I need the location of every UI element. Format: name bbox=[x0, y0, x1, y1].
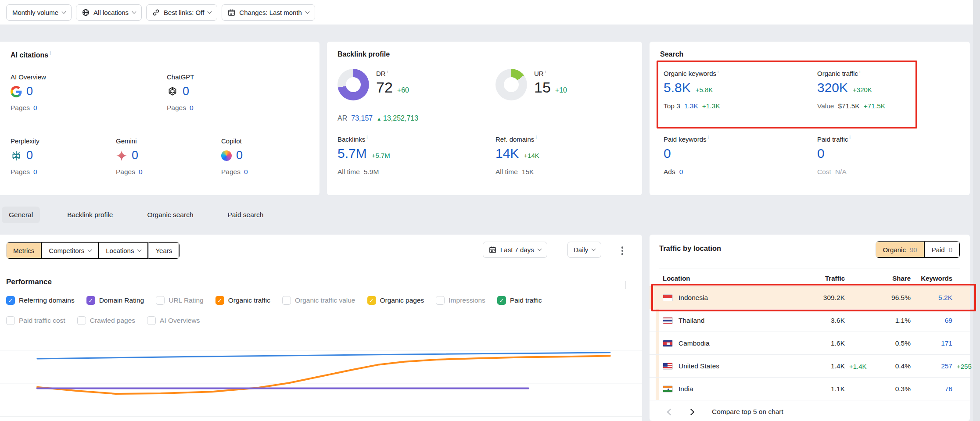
ai-item-copilot: Copilot 0 Pages0 bbox=[221, 137, 248, 176]
vertical-scrollbar[interactable] bbox=[973, 0, 980, 421]
checkbox-paid-traffic[interactable]: ✓Paid traffic bbox=[497, 296, 542, 305]
ai-citations-title: AI citationsi bbox=[11, 50, 51, 59]
chart-mode-segments: Metrics Competitors Locations Years bbox=[6, 242, 180, 259]
checkbox-box: ✓ bbox=[497, 296, 506, 305]
table-row-indonesia[interactable]: Indonesia 309.2K 96.5% 5.2K bbox=[650, 286, 970, 309]
checkbox-box bbox=[77, 316, 86, 325]
collapse-section-button[interactable] bbox=[625, 281, 625, 289]
segment-competitors[interactable]: Competitors bbox=[42, 242, 99, 259]
paid-traffic-value-link[interactable]: 0 bbox=[817, 146, 825, 161]
table-row-thailand[interactable]: Thailand 3.6K 1.1% 69 bbox=[650, 309, 970, 332]
tab-organic-search[interactable]: Organic search bbox=[140, 207, 200, 223]
column-keywords[interactable]: Keywords bbox=[911, 275, 952, 282]
filter-toolbar: Monthly volume All locations Best links:… bbox=[0, 0, 980, 25]
column-traffic[interactable]: Traffic bbox=[792, 275, 845, 282]
column-location[interactable]: Location bbox=[663, 275, 792, 282]
segment-years[interactable]: Years bbox=[148, 242, 179, 259]
copilot-pages-link[interactable]: 0 bbox=[244, 168, 248, 176]
info-icon[interactable]: i bbox=[535, 135, 536, 140]
dr-delta: +60 bbox=[397, 86, 409, 94]
monthly-volume-dropdown[interactable]: Monthly volume bbox=[6, 4, 72, 21]
paid-keywords-block: Paid keywordsi 0 Ads0 bbox=[664, 135, 709, 176]
checkbox-domain-rating[interactable]: ✓Domain Rating bbox=[86, 296, 144, 305]
table-row-united-states[interactable]: United States 1.4K+1.4K 0.4% 257+255 bbox=[650, 355, 970, 378]
locations-label: All locations bbox=[93, 9, 129, 16]
backlinks-value-link[interactable]: 5.7M bbox=[337, 146, 367, 161]
checkbox-referring-domains[interactable]: ✓Referring domains bbox=[6, 296, 75, 305]
table-row-india[interactable]: India 1.1K 0.3% 76 bbox=[650, 378, 970, 400]
tab-general[interactable]: General bbox=[2, 207, 40, 223]
ref-domains-value-link[interactable]: 14K bbox=[495, 146, 519, 161]
keywords-link[interactable]: 257 bbox=[941, 362, 952, 370]
keywords-cell: 257+255 bbox=[911, 362, 952, 370]
info-icon[interactable]: i bbox=[708, 135, 709, 140]
traffic-cell: 309.2K bbox=[792, 294, 845, 302]
keywords-link[interactable]: 69 bbox=[945, 317, 952, 324]
best-links-dropdown[interactable]: Best links: Off bbox=[146, 4, 217, 21]
keywords-link[interactable]: 76 bbox=[945, 385, 952, 392]
copilot-count[interactable]: 0 bbox=[236, 149, 243, 162]
info-icon[interactable]: i bbox=[850, 135, 851, 140]
info-icon[interactable]: i bbox=[718, 69, 718, 74]
ur-delta: +10 bbox=[555, 86, 567, 94]
ai-item-ai-overview: AI Overview 0 Pages0 bbox=[11, 73, 46, 112]
chatgpt-count[interactable]: 0 bbox=[183, 85, 189, 98]
checkbox-organic-traffic-value[interactable]: Organic traffic value bbox=[282, 296, 355, 305]
checkbox-url-rating[interactable]: URL Rating bbox=[156, 296, 204, 305]
gemini-pages-link[interactable]: 0 bbox=[139, 168, 143, 176]
column-share[interactable]: Share bbox=[845, 275, 911, 282]
perplexity-pages-link[interactable]: 0 bbox=[33, 168, 37, 176]
tab-paid-search[interactable]: Paid search bbox=[221, 207, 271, 223]
share-cell: 1.1% bbox=[845, 317, 911, 325]
tab-backlink-profile[interactable]: Backlink profile bbox=[60, 207, 120, 223]
table-row-cambodia[interactable]: Cambodia 1.6K 0.5% 171 bbox=[650, 332, 970, 355]
segment-locations[interactable]: Locations bbox=[99, 242, 148, 259]
ai-overview-count[interactable]: 0 bbox=[26, 85, 33, 98]
organic-traffic-value-link[interactable]: 320K bbox=[817, 80, 848, 95]
checkbox-paid-traffic-cost[interactable]: Paid traffic cost bbox=[6, 316, 65, 325]
granularity-dropdown[interactable]: Daily bbox=[567, 242, 601, 258]
locations-dropdown[interactable]: All locations bbox=[76, 4, 142, 21]
checkbox-crawled-pages[interactable]: Crawled pages bbox=[77, 316, 135, 325]
next-page-icon[interactable] bbox=[688, 408, 695, 415]
more-options-kebab-icon[interactable] bbox=[618, 246, 627, 256]
perplexity-count[interactable]: 0 bbox=[26, 149, 33, 162]
info-icon[interactable]: i bbox=[50, 50, 50, 56]
ar-value-link[interactable]: 73,157 bbox=[351, 114, 373, 122]
keywords-cell: 171 bbox=[911, 339, 952, 347]
changes-dropdown[interactable]: Changes: Last month bbox=[222, 4, 315, 21]
checkbox-organic-pages[interactable]: ✓Organic pages bbox=[367, 296, 424, 305]
perplexity-icon bbox=[11, 150, 22, 161]
compare-top5-button[interactable]: Compare top 5 on chart bbox=[712, 408, 783, 416]
chatgpt-pages-link[interactable]: 0 bbox=[190, 104, 194, 112]
previous-page-icon[interactable] bbox=[667, 408, 674, 415]
segment-metrics[interactable]: Metrics bbox=[7, 242, 42, 259]
info-icon[interactable]: i bbox=[859, 69, 860, 74]
chevron-down-icon bbox=[208, 9, 212, 14]
paid-count: 0 bbox=[949, 246, 952, 253]
info-icon[interactable]: i bbox=[545, 69, 546, 74]
organic-keywords-value-link[interactable]: 5.8K bbox=[664, 80, 691, 95]
toggle-organic[interactable]: Organic90 bbox=[876, 241, 924, 258]
paid-keywords-value-link[interactable]: 0 bbox=[664, 146, 671, 161]
info-icon[interactable]: i bbox=[366, 135, 367, 140]
top3-delta: +1.3K bbox=[702, 102, 720, 110]
gemini-count[interactable]: 0 bbox=[132, 149, 138, 162]
checkbox-impressions[interactable]: Impressions bbox=[436, 296, 485, 305]
checkbox-box bbox=[156, 296, 165, 305]
info-icon[interactable]: i bbox=[387, 69, 388, 74]
domain-rating-block: DRi 72+60 bbox=[337, 69, 409, 100]
link-icon bbox=[152, 9, 160, 16]
ai-citations-card: AI citationsi AI Overview 0 Pages0 ChatG… bbox=[0, 42, 319, 195]
checkbox-organic-traffic[interactable]: ✓Organic traffic bbox=[215, 296, 270, 305]
top3-value-link[interactable]: 1.3K bbox=[684, 102, 698, 110]
keywords-link[interactable]: 5.2K bbox=[938, 294, 952, 301]
checkbox-ai-overviews[interactable]: AI Overviews bbox=[147, 316, 200, 325]
ai-overview-pages-link[interactable]: 0 bbox=[33, 104, 37, 112]
keywords-link[interactable]: 171 bbox=[941, 339, 952, 347]
date-range-dropdown[interactable]: Last 7 days bbox=[483, 242, 547, 258]
organic-paid-toggle: Organic90 Paid0 bbox=[876, 241, 960, 258]
toggle-paid[interactable]: Paid0 bbox=[925, 241, 960, 258]
ads-value-link[interactable]: 0 bbox=[679, 168, 683, 176]
ar-delta: 13,252,713 bbox=[383, 114, 418, 122]
